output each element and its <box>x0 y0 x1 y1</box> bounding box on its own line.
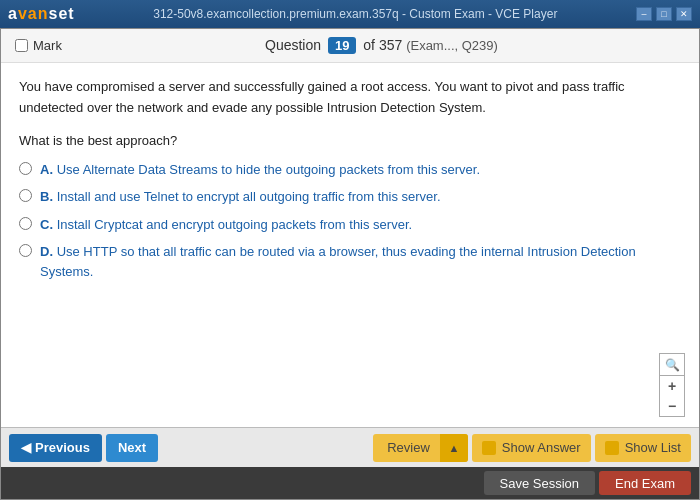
window-controls[interactable]: – □ ✕ <box>636 7 692 21</box>
show-list-label: Show List <box>625 440 681 455</box>
question-number-badge: 19 <box>328 37 356 54</box>
status-bar: Save Session End Exam <box>1 467 699 499</box>
radio-a[interactable] <box>19 162 32 175</box>
question-prompt: What is the best approach? <box>19 133 681 148</box>
review-label: Review <box>387 440 430 455</box>
show-answer-button[interactable]: Show Answer <box>472 434 591 462</box>
question-header: Mark Question 19 of 357 (Exam..., Q239) <box>1 29 699 63</box>
show-list-icon <box>605 441 619 455</box>
prev-arrow-icon: ◀ <box>21 440 31 455</box>
maximize-button[interactable]: □ <box>656 7 672 21</box>
app-logo: avanset <box>8 5 75 23</box>
zoom-in-button[interactable]: + <box>660 376 684 396</box>
total-questions: 357 <box>379 37 402 53</box>
question-text: You have compromised a server and succes… <box>19 77 681 119</box>
show-answer-icon <box>482 441 496 455</box>
radio-b[interactable] <box>19 189 32 202</box>
logo-text: avanset <box>8 5 75 23</box>
minimize-button[interactable]: – <box>636 7 652 21</box>
exam-info: (Exam..., Q239) <box>406 38 498 53</box>
question-label: Question <box>265 37 321 53</box>
main-window: Mark Question 19 of 357 (Exam..., Q239) … <box>0 28 700 500</box>
answer-option-a[interactable]: A. Use Alternate Data Streams to hide th… <box>19 160 681 180</box>
answer-option-c[interactable]: C. Install Cryptcat and encrypt outgoing… <box>19 215 681 235</box>
review-button[interactable]: Review ▲ <box>373 434 468 462</box>
end-exam-button[interactable]: End Exam <box>599 471 691 495</box>
mark-label[interactable]: Mark <box>33 38 62 53</box>
radio-c[interactable] <box>19 217 32 230</box>
save-session-button[interactable]: Save Session <box>484 471 596 495</box>
answer-label-b[interactable]: B. Install and use Telnet to encrypt all… <box>40 187 441 207</box>
title-bar: avanset 312-50v8.examcollection.premium.… <box>0 0 700 28</box>
zoom-controls: 🔍 + − <box>659 353 685 417</box>
mark-checkbox-area[interactable]: Mark <box>15 38 62 53</box>
previous-button[interactable]: ◀ Previous <box>9 434 102 462</box>
answer-option-b[interactable]: B. Install and use Telnet to encrypt all… <box>19 187 681 207</box>
bottom-toolbar: ◀ Previous Next Review ▲ Show Answer Sho… <box>1 427 699 467</box>
window-title: 312-50v8.examcollection.premium.exam.357… <box>153 7 557 21</box>
next-button[interactable]: Next <box>106 434 158 462</box>
close-button[interactable]: ✕ <box>676 7 692 21</box>
question-of: of <box>363 37 379 53</box>
radio-d[interactable] <box>19 244 32 257</box>
show-list-button[interactable]: Show List <box>595 434 691 462</box>
content-area: You have compromised a server and succes… <box>1 63 699 427</box>
show-answer-label: Show Answer <box>502 440 581 455</box>
question-info: Question 19 of 357 (Exam..., Q239) <box>78 37 685 54</box>
zoom-out-button[interactable]: − <box>660 396 684 416</box>
search-icon[interactable]: 🔍 <box>660 354 684 376</box>
mark-checkbox[interactable] <box>15 39 28 52</box>
answer-option-d[interactable]: D. Use HTTP so that all traffic can be r… <box>19 242 681 281</box>
review-arrow-icon: ▲ <box>440 434 468 462</box>
answer-label-a[interactable]: A. Use Alternate Data Streams to hide th… <box>40 160 480 180</box>
answer-label-d[interactable]: D. Use HTTP so that all traffic can be r… <box>40 242 681 281</box>
answer-label-c[interactable]: C. Install Cryptcat and encrypt outgoing… <box>40 215 412 235</box>
